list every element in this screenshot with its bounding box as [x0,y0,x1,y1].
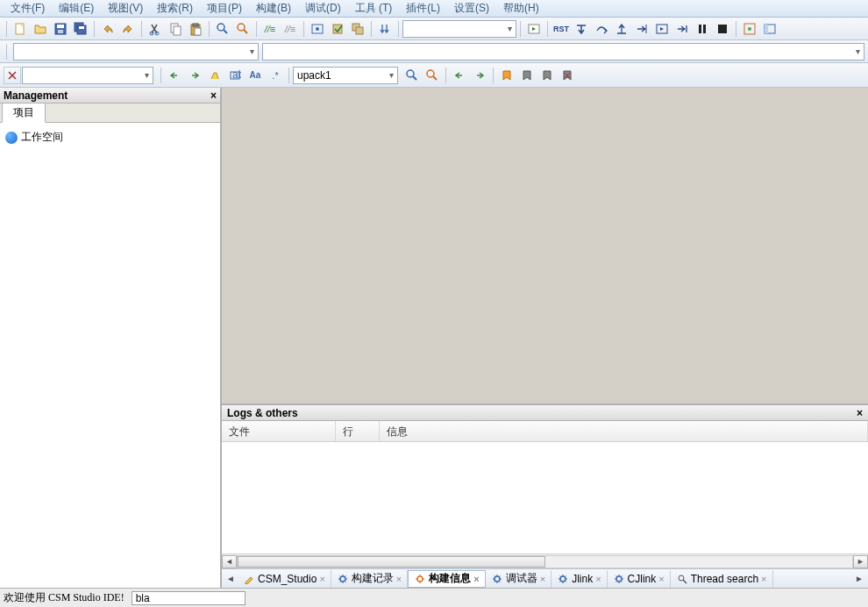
menu-build[interactable]: 构建(B) [249,0,298,18]
run-icon[interactable] [524,19,544,39]
menu-debug[interactable]: 调试(D) [298,0,348,18]
logs-col-file[interactable]: 文件 [222,421,336,441]
step-out-icon[interactable] [612,19,631,39]
svg-point-40 [417,576,423,582]
bottom-tab-1[interactable]: 构建记录× [331,570,408,588]
tabs-scroll-left-icon[interactable]: ◄ [224,571,238,587]
reset-icon[interactable]: RST [551,19,571,39]
match-case-icon[interactable]: ab [225,66,245,85]
build-target-icon[interactable] [308,19,327,39]
continue-icon[interactable] [652,19,672,39]
logs-hscroll[interactable]: ◄ ► [222,553,868,568]
copy-icon[interactable] [166,19,185,39]
step-over-icon[interactable] [592,19,611,39]
uncomment-line-icon[interactable]: //≡ [281,19,300,39]
menu-view[interactable]: 视图(V) [101,0,150,18]
open-file-icon[interactable] [31,19,50,39]
find-replace-icon[interactable] [233,19,253,39]
bookmark-toggle-icon[interactable] [497,66,516,85]
status-message: 欢迎使用 CSM Studio IDE! [4,590,125,605]
bottom-tab-5[interactable]: CJlink× [608,570,671,588]
rebuild-icon[interactable] [348,19,367,39]
cut-icon[interactable] [146,19,165,39]
scroll-thumb[interactable] [238,556,545,568]
scroll-right-icon[interactable]: ► [853,555,868,568]
menu-file[interactable]: 文件(F) [4,0,52,18]
menu-search[interactable]: 搜索(R) [150,0,200,18]
bottom-tab-3[interactable]: 调试器× [486,570,551,588]
bottom-tabstrip: ◄ CSM_Studio×构建记录×构建信息×调试器×Jlink×CJlink×… [222,568,868,588]
redo-icon[interactable] [118,19,138,39]
save-all-icon[interactable] [71,19,90,39]
tab-close-icon[interactable]: × [396,574,402,584]
menu-edit[interactable]: 编辑(E) [52,0,101,18]
bottom-tab-4[interactable]: Jlink× [551,570,607,588]
tabs-scroll-right-icon[interactable]: ► [852,571,866,587]
search-text-combo[interactable] [22,67,153,84]
clear-search-icon[interactable] [4,67,21,84]
pause-icon[interactable] [693,19,712,39]
svg-line-45 [683,580,687,583]
logs-col-info[interactable]: 信息 [380,421,868,441]
tab-close-icon[interactable]: × [473,574,479,584]
bottom-tab-label: Thread search [691,573,758,585]
highlight-icon[interactable] [205,66,224,85]
status-input[interactable] [132,591,245,605]
scroll-track[interactable] [237,555,853,568]
skip-icon[interactable] [672,19,692,39]
undo-icon[interactable] [98,19,117,39]
nav-forward-icon[interactable] [470,66,489,85]
tab-close-icon[interactable]: × [319,574,324,584]
new-file-icon[interactable] [11,19,30,39]
management-close-icon[interactable]: × [210,89,217,102]
comment-line-icon[interactable]: //≡ [260,19,280,39]
logs-col-line[interactable]: 行 [336,421,380,441]
debug-windows-icon[interactable] [740,19,759,39]
toggle-panel-icon[interactable] [760,19,779,39]
save-icon[interactable] [51,19,70,39]
find-icon[interactable] [213,19,232,39]
upack-combo[interactable]: upack1 [293,67,398,84]
tab-close-icon[interactable]: × [595,574,601,584]
logs-header-row: 文件 行 信息 [222,421,868,442]
tab-close-icon[interactable]: × [658,574,664,584]
search-next-icon[interactable] [185,66,204,85]
stop-icon[interactable] [713,19,732,39]
paste-icon[interactable] [186,19,205,39]
menu-plugins[interactable]: 插件(L) [399,0,447,18]
logs-body[interactable] [222,442,868,553]
workspace-node[interactable]: 工作空间 [4,128,217,146]
menu-help[interactable]: 帮助(H) [496,0,546,18]
bottom-tab-0[interactable]: CSM_Studio× [238,570,331,588]
function-combo[interactable] [262,43,864,61]
logs-close-icon[interactable]: × [857,407,863,419]
search-options-icon[interactable] [423,66,442,85]
management-tab-project[interactable]: 项目 [2,103,46,123]
whole-word-icon[interactable]: Aa [245,66,265,85]
gear-icon [557,573,569,585]
menu-project[interactable]: 项目(P) [200,0,249,18]
symbol-combo[interactable] [13,43,259,61]
run-to-cursor-icon[interactable] [632,19,651,39]
regex-icon[interactable]: .* [266,66,285,85]
bookmark-next-icon[interactable] [537,66,557,85]
sort-down-icon[interactable] [375,19,395,39]
tab-close-icon[interactable]: × [761,574,766,584]
svg-rect-26 [699,25,701,33]
bottom-tab-6[interactable]: Thread search× [671,570,773,588]
edit-icon [243,573,255,585]
search-prev-icon[interactable] [165,66,184,85]
menu-settings[interactable]: 设置(S) [447,0,496,18]
nav-back-icon[interactable] [450,66,469,85]
menu-tools[interactable]: 工具 (T) [348,0,400,18]
scroll-left-icon[interactable]: ◄ [222,555,237,568]
bookmark-prev-icon[interactable] [517,66,537,85]
build-icon[interactable] [328,19,347,39]
step-into-icon[interactable] [572,19,591,39]
search-in-icon[interactable] [402,66,422,85]
project-tree[interactable]: 工作空间 [0,123,220,588]
tab-close-icon[interactable]: × [540,574,545,584]
bottom-tab-2[interactable]: 构建信息× [408,570,485,588]
target-combo[interactable] [402,20,516,38]
bookmark-clear-icon[interactable] [558,66,577,85]
